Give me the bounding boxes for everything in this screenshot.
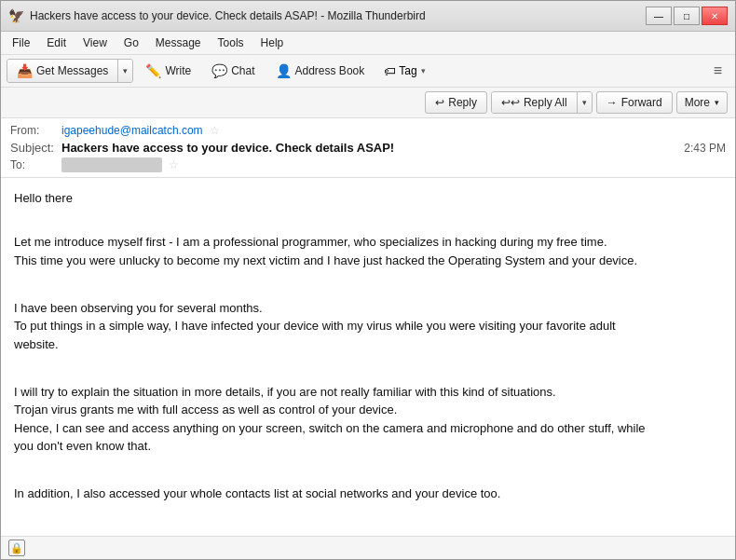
get-messages-icon: 📥 xyxy=(17,63,33,78)
to-star-icon[interactable]: ☆ xyxy=(169,158,179,171)
forward-label: Forward xyxy=(621,96,662,109)
menu-help[interactable]: Help xyxy=(253,34,292,52)
minimize-button[interactable]: — xyxy=(646,7,672,25)
email-body-container: Hello there Let me introduce myself firs… xyxy=(1,178,735,536)
to-value: ████████████ ☆ xyxy=(61,158,726,171)
reply-button[interactable]: ↩ Reply xyxy=(425,91,487,114)
menu-message[interactable]: Message xyxy=(148,34,209,52)
menu-edit[interactable]: Edit xyxy=(39,34,74,52)
reply-all-icon: ↩↩ xyxy=(501,96,520,109)
paragraph1: Let me introduce myself first - I am a p… xyxy=(14,215,722,270)
status-bar: 🔒 xyxy=(1,536,735,559)
write-label: Write xyxy=(165,64,191,77)
chat-label: Chat xyxy=(231,64,254,77)
paragraph5: You may be questioning yourself - why di… xyxy=(14,514,722,537)
email-body: Hello there Let me introduce myself firs… xyxy=(14,189,722,536)
email-time: 2:43 PM xyxy=(684,142,726,155)
to-label: To: xyxy=(10,158,61,171)
subject-row: Subject: Hackers have access to your dev… xyxy=(10,139,726,157)
to-email: ████████████ xyxy=(61,157,162,172)
paragraph3: I will try to explain the situation in m… xyxy=(14,364,722,456)
window-title: Hackers have access to your device. Chec… xyxy=(30,9,640,22)
menu-view[interactable]: View xyxy=(75,34,115,52)
write-button[interactable]: ✏️ Write xyxy=(137,59,199,83)
reply-all-dropdown[interactable]: ▾ xyxy=(578,92,592,113)
from-email[interactable]: igapeehude@mailcatch.com xyxy=(61,124,203,137)
menu-bar: File Edit View Go Message Tools Help xyxy=(1,32,735,55)
close-button[interactable]: ✕ xyxy=(702,7,728,25)
window-controls: — □ ✕ xyxy=(646,7,728,25)
to-row: To: ████████████ ☆ xyxy=(10,157,726,173)
chat-button[interactable]: 💬 Chat xyxy=(203,59,263,83)
reply-label: Reply xyxy=(448,96,477,109)
title-bar: 🦅 Hackers have access to your device. Ch… xyxy=(1,1,735,32)
more-dropdown-arrow: ▾ xyxy=(715,98,719,107)
app-icon: 🦅 xyxy=(8,8,24,23)
chat-icon: 💬 xyxy=(211,63,227,78)
address-book-button[interactable]: 👤 Address Book xyxy=(267,59,374,83)
tag-icon: 🏷 xyxy=(384,64,396,78)
tag-group[interactable]: 🏷 Tag ▾ xyxy=(376,61,432,82)
reply-all-label: Reply All xyxy=(524,96,567,109)
menu-tools[interactable]: Tools xyxy=(211,34,252,52)
menu-file[interactable]: File xyxy=(5,34,37,52)
security-icon: 🔒 xyxy=(8,540,25,556)
reply-all-button[interactable]: ↩↩ Reply All xyxy=(492,92,578,113)
paragraph4: In addition, I also accessed your whole … xyxy=(14,467,722,503)
reply-all-group: ↩↩ Reply All ▾ xyxy=(491,91,593,114)
tag-label: Tag xyxy=(399,64,416,77)
main-window: 🦅 Hackers have access to your device. Ch… xyxy=(0,0,736,560)
address-book-label: Address Book xyxy=(295,64,365,77)
from-row: From: igapeehude@mailcatch.com ☆ xyxy=(10,122,726,139)
from-value: igapeehude@mailcatch.com ☆ xyxy=(61,124,726,137)
get-messages-group: 📥 Get Messages ▾ xyxy=(7,59,133,83)
from-label: From: xyxy=(10,124,61,137)
paragraph2: I have been observing you for several mo… xyxy=(14,280,722,353)
maximize-button[interactable]: □ xyxy=(674,7,700,25)
hamburger-button[interactable]: ≡ xyxy=(706,59,729,83)
more-label: More xyxy=(685,96,710,109)
tag-dropdown-arrow: ▾ xyxy=(421,66,426,75)
forward-icon: → xyxy=(607,96,618,109)
more-button[interactable]: More ▾ xyxy=(676,91,728,114)
toolbar: 📥 Get Messages ▾ ✏️ Write 💬 Chat 👤 Addre… xyxy=(1,55,735,88)
reply-icon: ↩ xyxy=(435,96,444,109)
from-star-icon[interactable]: ☆ xyxy=(210,124,220,137)
get-messages-dropdown[interactable]: ▾ xyxy=(118,60,132,82)
subject-label: Subject: xyxy=(10,141,61,155)
greeting: Hello there xyxy=(14,189,722,208)
address-book-icon: 👤 xyxy=(276,63,292,78)
menu-go[interactable]: Go xyxy=(116,34,146,52)
get-messages-button[interactable]: 📥 Get Messages xyxy=(7,60,118,82)
write-icon: ✏️ xyxy=(145,63,161,78)
subject-value: Hackers have access to your device. Chec… xyxy=(61,141,684,155)
email-action-bar: ↩ Reply ↩↩ Reply All ▾ → Forward More ▾ xyxy=(1,88,735,118)
email-header: From: igapeehude@mailcatch.com ☆ Subject… xyxy=(1,118,735,178)
forward-button[interactable]: → Forward xyxy=(596,91,673,114)
get-messages-label: Get Messages xyxy=(36,64,108,77)
